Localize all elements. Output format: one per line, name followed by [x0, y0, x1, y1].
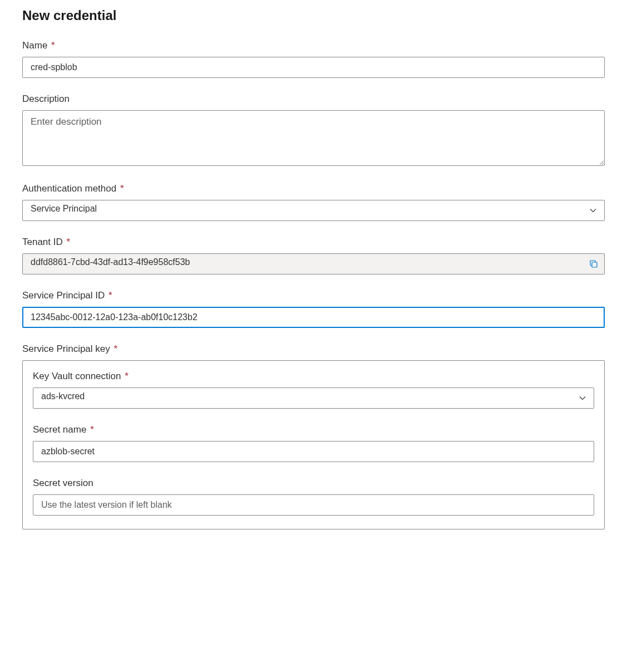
svg-rect-0 — [592, 262, 597, 267]
name-input[interactable] — [22, 57, 605, 78]
tenant-id-wrapper: ddfd8861-7cbd-43df-ad13-4f9e958cf53b — [22, 253, 605, 274]
sp-key-field-group: Service Principal key * Key Vault connec… — [22, 344, 605, 529]
sp-id-label: Service Principal ID * — [22, 290, 605, 301]
secret-version-label: Secret version — [33, 478, 594, 489]
required-indicator: * — [114, 344, 118, 354]
kv-connection-field-group: Key Vault connection * ads-kvcred — [33, 371, 594, 409]
required-indicator: * — [108, 290, 112, 301]
kv-connection-select[interactable]: ads-kvcred — [33, 387, 594, 409]
description-input[interactable] — [22, 110, 605, 166]
name-label-text: Name — [22, 40, 47, 51]
secret-name-input[interactable] — [33, 441, 594, 462]
tenant-id-label: Tenant ID * — [22, 237, 605, 248]
kv-connection-label-text: Key Vault connection — [33, 371, 121, 381]
kv-connection-label: Key Vault connection * — [33, 371, 594, 382]
secret-name-label: Secret name * — [33, 424, 594, 435]
sp-key-panel: Key Vault connection * ads-kvcred Secret… — [22, 360, 605, 529]
auth-method-field-group: Authentication method * Service Principa… — [22, 183, 605, 221]
page-title: New credential — [22, 8, 605, 23]
kv-connection-select-wrapper: ads-kvcred — [33, 387, 594, 409]
name-field-group: Name * — [22, 40, 605, 78]
name-label: Name * — [22, 40, 605, 51]
sp-key-label-text: Service Principal key — [22, 344, 110, 354]
secret-version-input[interactable] — [33, 494, 594, 516]
description-label: Description — [22, 94, 605, 105]
auth-method-select[interactable]: Service Principal — [22, 200, 605, 221]
tenant-id-label-text: Tenant ID — [22, 237, 63, 247]
sp-id-label-text: Service Principal ID — [22, 290, 105, 301]
required-indicator: * — [120, 183, 124, 194]
secret-name-label-text: Secret name — [33, 424, 86, 435]
required-indicator: * — [125, 371, 129, 381]
auth-method-label-text: Authentication method — [22, 183, 116, 194]
sp-id-input[interactable] — [22, 307, 605, 328]
description-field-group: Description — [22, 94, 605, 168]
secret-name-field-group: Secret name * — [33, 424, 594, 462]
copy-icon[interactable] — [589, 259, 598, 268]
required-indicator: * — [51, 40, 55, 51]
auth-method-select-wrapper: Service Principal — [22, 200, 605, 221]
tenant-id-value: ddfd8861-7cbd-43df-ad13-4f9e958cf53b — [22, 253, 605, 274]
secret-version-field-group: Secret version — [33, 478, 594, 516]
sp-id-field-group: Service Principal ID * — [22, 290, 605, 328]
required-indicator: * — [90, 424, 94, 435]
required-indicator: * — [67, 237, 71, 247]
tenant-id-field-group: Tenant ID * ddfd8861-7cbd-43df-ad13-4f9e… — [22, 237, 605, 274]
auth-method-label: Authentication method * — [22, 183, 605, 194]
sp-key-label: Service Principal key * — [22, 344, 605, 355]
